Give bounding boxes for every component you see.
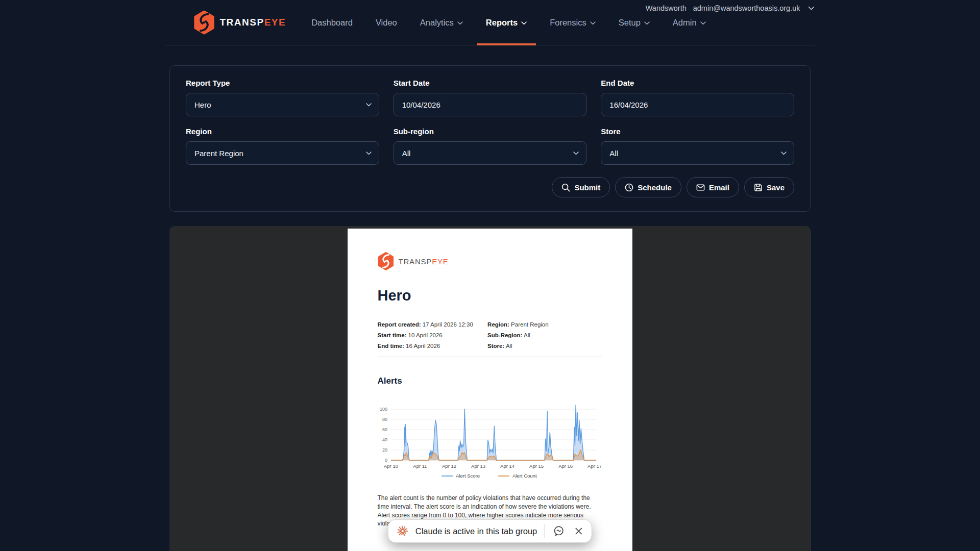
chevron-down-icon [808, 6, 815, 10]
nav-item-analytics[interactable]: Analytics [420, 0, 463, 45]
report-preview-container: TRANSPEYE Hero Report created: 17 April … [169, 226, 811, 551]
meta-sub-region: Sub-Region: All [487, 332, 602, 338]
close-icon [574, 527, 583, 536]
start-date-label: Start Date [394, 79, 587, 87]
top-navigation-bar: Wandsworth admin@wandsworthoasis.org.uk … [165, 0, 816, 45]
nav-item-label: Video [376, 18, 397, 28]
divider [378, 357, 602, 357]
svg-text:0: 0 [384, 458, 387, 463]
transpeye-hexagon-logo [193, 10, 215, 35]
svg-text:80: 80 [382, 417, 387, 422]
region-label: Region [186, 127, 379, 136]
nav-item-reports[interactable]: Reports [486, 0, 527, 45]
chevron-down-icon [590, 21, 596, 25]
report-filter-panel: Report Type Hero Start Date End Date Reg… [169, 65, 811, 212]
clock-icon [625, 183, 633, 192]
svg-text:Apr 15: Apr 15 [529, 463, 544, 469]
svg-text:100: 100 [379, 407, 387, 412]
report-document-page: TRANSPEYE Hero Report created: 17 April … [348, 229, 632, 551]
claude-chat-button[interactable] [552, 524, 566, 538]
store-group: Store All [601, 127, 794, 165]
report-type-select[interactable]: Hero [186, 93, 379, 116]
svg-text:Apr 10: Apr 10 [384, 463, 398, 469]
chevron-down-icon [644, 21, 650, 25]
filter-action-buttons: Submit Schedule Email Save [186, 177, 794, 197]
end-date-group: End Date [601, 79, 794, 116]
svg-text:Alert Score: Alert Score [456, 473, 480, 479]
app-logo-wordmark: TRANSPEYE [220, 17, 286, 28]
chevron-down-icon [700, 21, 706, 25]
user-account-menu[interactable]: Wandsworth admin@wandsworthoasis.org.uk [646, 4, 815, 12]
search-icon [561, 183, 570, 192]
meta-start-time: Start time: 10 April 2026 [378, 332, 488, 338]
svg-text:20: 20 [382, 447, 387, 453]
floppy-icon [754, 183, 763, 192]
nav-item-admin[interactable]: Admin [673, 0, 706, 45]
region-group: Region Parent Region [186, 127, 379, 165]
alerts-section-title: Alerts [378, 376, 602, 386]
store-label: Store [601, 127, 794, 136]
divider [544, 524, 545, 538]
save-button[interactable]: Save [744, 177, 794, 197]
sub-region-select[interactable]: All [394, 141, 587, 165]
svg-text:Apr 13: Apr 13 [471, 463, 485, 469]
svg-text:Apr 12: Apr 12 [442, 463, 456, 469]
end-date-label: End Date [601, 79, 794, 87]
nav-item-label: Dashboard [311, 18, 353, 28]
meta-end-time: End time: 16 April 2026 [378, 343, 488, 349]
chevron-down-icon [457, 21, 463, 25]
start-date-input[interactable] [394, 93, 587, 116]
app-logo[interactable]: TRANSPEYE [193, 10, 286, 35]
schedule-button-label: Schedule [638, 183, 672, 192]
nav-item-label: Analytics [420, 18, 454, 28]
email-button[interactable]: Email [687, 177, 739, 197]
chevron-down-icon [521, 21, 527, 25]
svg-text:60: 60 [382, 427, 387, 432]
report-type-label: Report Type [186, 79, 379, 87]
claude-toast-close-button[interactable] [573, 525, 584, 537]
nav-item-label: Forensics [550, 18, 586, 28]
nav-item-label: Setup [619, 18, 641, 28]
start-date-group: Start Date [394, 79, 587, 116]
speech-bubble-icon [553, 525, 565, 537]
meta-store: Store: All [487, 343, 602, 349]
nav-links: DashboardVideoAnalyticsReportsForensicsS… [311, 0, 705, 45]
svg-text:Apr 14: Apr 14 [500, 463, 514, 469]
envelope-icon [696, 183, 705, 192]
submit-button[interactable]: Submit [552, 177, 610, 197]
svg-text:40: 40 [382, 437, 387, 442]
sub-region-group: Sub-region All [394, 127, 587, 165]
alerts-chart: 020406080100Apr 10Apr 11Apr 12Apr 13Apr … [378, 393, 601, 483]
end-date-input[interactable] [601, 93, 794, 116]
nav-item-label: Admin [673, 18, 697, 28]
store-select[interactable]: All [601, 141, 794, 165]
transpeye-hexagon-logo [378, 252, 394, 270]
alerts-chart-container: 020406080100Apr 10Apr 11Apr 12Apr 13Apr … [378, 393, 602, 485]
nav-item-video[interactable]: Video [376, 0, 397, 45]
claude-toast-message: Claude is active in this tab group [415, 527, 537, 536]
region-select[interactable]: Parent Region [186, 141, 379, 165]
claude-toast: Claude is active in this tab group [388, 519, 592, 543]
meta-region: Region: Parent Region [487, 321, 602, 328]
svg-text:Alert Count: Alert Count [512, 473, 537, 479]
report-title: Hero [378, 287, 602, 304]
meta-created: Report created: 17 April 2026 12:30 [378, 321, 488, 328]
report-logo: TRANSPEYE [378, 252, 602, 270]
nav-item-label: Reports [486, 18, 518, 28]
report-logo-wordmark: TRANSPEYE [399, 257, 449, 266]
email-button-label: Email [709, 183, 729, 192]
nav-item-dashboard[interactable]: Dashboard [311, 0, 353, 45]
submit-button-label: Submit [574, 183, 600, 192]
report-type-group: Report Type Hero [186, 79, 379, 116]
save-button-label: Save [767, 183, 785, 192]
user-email: admin@wandsworthoasis.org.uk [693, 4, 800, 12]
nav-item-forensics[interactable]: Forensics [550, 0, 596, 45]
svg-text:Apr 11: Apr 11 [413, 463, 427, 469]
svg-text:Apr 17: Apr 17 [587, 463, 601, 469]
schedule-button[interactable]: Schedule [615, 177, 681, 197]
claude-starburst-icon [397, 525, 408, 537]
sub-region-label: Sub-region [394, 127, 587, 136]
report-metadata: Report created: 17 April 2026 12:30 Regi… [378, 314, 602, 357]
nav-item-setup[interactable]: Setup [619, 0, 650, 45]
svg-text:Apr 16: Apr 16 [558, 463, 573, 469]
